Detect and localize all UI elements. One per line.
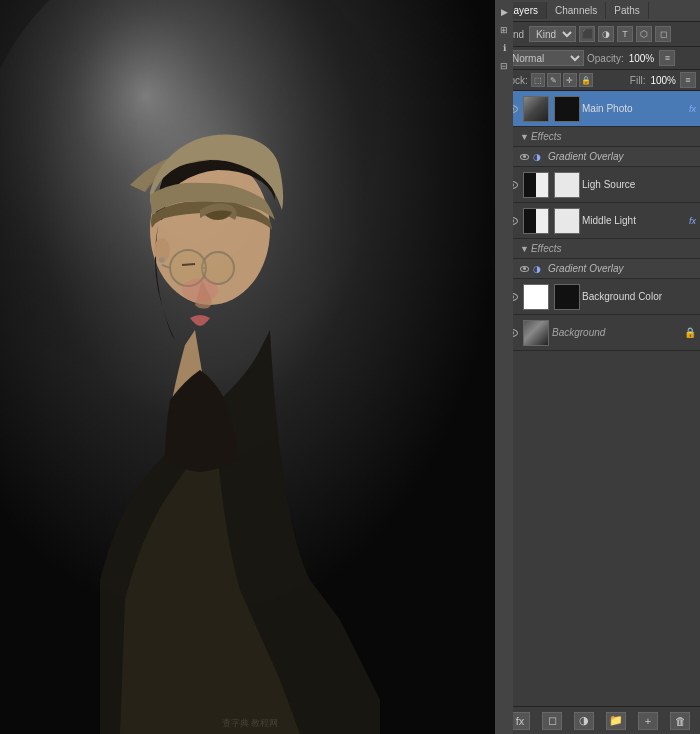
thumbnail-middle-light xyxy=(523,208,549,234)
layer-name-main-photo: Main Photo xyxy=(582,103,687,114)
layer-name-gradient-2: Gradient Overlay xyxy=(548,263,696,274)
mask-main-photo xyxy=(554,96,580,122)
layer-name-background: Background xyxy=(552,327,682,338)
layer-name-gradient-1: Gradient Overlay xyxy=(548,151,696,162)
layers-panel: Layers Channels Paths Kind Kind ⬛ ◑ T ⬡ … xyxy=(500,0,700,734)
layer-ligh-source[interactable]: Ligh Source xyxy=(500,167,700,203)
layer-name-background-color: Background Color xyxy=(582,291,696,302)
new-layer-btn[interactable]: + xyxy=(638,712,658,730)
collapse-arrow-1: ▼ xyxy=(520,132,529,142)
filter-smart-btn[interactable]: ◻ xyxy=(655,26,671,42)
woman-figure xyxy=(0,0,500,734)
kind-controls: Kind Kind ⬛ ◑ T ⬡ ◻ xyxy=(500,22,700,47)
tab-paths[interactable]: Paths xyxy=(606,2,649,19)
lock-transparent-btn[interactable]: ⬚ xyxy=(531,73,545,87)
mask-background-color xyxy=(554,284,580,310)
mask-middle-light xyxy=(554,208,580,234)
tool-btn-4[interactable]: ⊟ xyxy=(496,58,512,74)
lock-row: Lock: ⬚ ✎ ✛ 🔒 Fill: 100% ≡ xyxy=(500,70,700,91)
visibility-gradient-2[interactable] xyxy=(518,263,530,275)
watermark: 查字典 教程网 xyxy=(222,717,279,730)
fill-options-btn[interactable]: ≡ xyxy=(680,72,696,88)
tool-btn-2[interactable]: ⊞ xyxy=(496,22,512,38)
kind-dropdown[interactable]: Kind xyxy=(529,26,576,42)
new-group-btn[interactable]: 📁 xyxy=(606,712,626,730)
lock-pixels-btn[interactable]: ✎ xyxy=(547,73,561,87)
thumbnail-background-color xyxy=(523,284,549,310)
fx-badge-main-photo: fx xyxy=(689,104,696,114)
lock-badge-background: 🔒 xyxy=(684,327,696,338)
fx-badge-middle-light: fx xyxy=(689,216,696,226)
filter-adj-btn[interactable]: ◑ xyxy=(598,26,614,42)
blend-row: Normal Opacity: 100% ≡ xyxy=(500,47,700,70)
layer-main-photo[interactable]: Main Photo fx xyxy=(500,91,700,127)
panel-tabs: Layers Channels Paths xyxy=(500,0,700,22)
layers-list: Main Photo fx ▼ Effects ◑ Gradient Overl… xyxy=(500,91,700,706)
lock-position-btn[interactable]: ✛ xyxy=(563,73,577,87)
thumbnail-background xyxy=(523,320,549,346)
lock-all-btn[interactable]: 🔒 xyxy=(579,73,593,87)
layers-bottom: fx ◻ ◑ 📁 + 🗑 xyxy=(500,706,700,734)
svg-point-11 xyxy=(182,278,218,302)
fill-label: Fill: xyxy=(630,75,646,86)
layer-background-color[interactable]: Background Color xyxy=(500,279,700,315)
visibility-gradient-1[interactable] xyxy=(518,151,530,163)
collapse-arrow-2: ▼ xyxy=(520,244,529,254)
effects-label-2: Effects xyxy=(531,243,562,254)
svg-line-10 xyxy=(182,264,195,265)
lock-icons: ⬚ ✎ ✛ 🔒 xyxy=(531,73,627,87)
filter-pixel-btn[interactable]: ⬛ xyxy=(579,26,595,42)
svg-point-12 xyxy=(159,257,165,263)
effects-header-2[interactable]: ▼ Effects xyxy=(500,239,700,259)
layer-name-middle-light: Middle Light xyxy=(582,215,687,226)
add-mask-btn[interactable]: ◻ xyxy=(542,712,562,730)
effect-icon-1: ◑ xyxy=(533,151,545,163)
opacity-value[interactable]: 100% xyxy=(629,53,655,64)
fill-value[interactable]: 100% xyxy=(650,75,676,86)
tab-channels[interactable]: Channels xyxy=(547,2,606,19)
opacity-label: Opacity: xyxy=(587,53,624,64)
thumbnail-main-photo xyxy=(523,96,549,122)
effects-label-1: Effects xyxy=(531,131,562,142)
tool-btn-3[interactable]: ℹ xyxy=(496,40,512,56)
filter-shape-btn[interactable]: ⬡ xyxy=(636,26,652,42)
delete-layer-btn[interactable]: 🗑 xyxy=(670,712,690,730)
layer-background[interactable]: Background 🔒 xyxy=(500,315,700,351)
effects-header-1[interactable]: ▼ Effects xyxy=(500,127,700,147)
layer-middle-light[interactable]: Middle Light fx xyxy=(500,203,700,239)
arrow-tool-btn[interactable]: ▶ xyxy=(496,4,512,20)
filter-type-btn[interactable]: T xyxy=(617,26,633,42)
blend-options-btn[interactable]: ≡ xyxy=(659,50,675,66)
layer-gradient-overlay-2[interactable]: ◑ Gradient Overlay xyxy=(500,259,700,279)
effect-icon-2: ◑ xyxy=(533,263,545,275)
side-toolbar: ▶ ⊞ ℹ ⊟ xyxy=(495,0,513,734)
blend-mode-dropdown[interactable]: Normal xyxy=(504,50,584,66)
thumbnail-ligh-source xyxy=(523,172,549,198)
add-layer-style-btn[interactable]: fx xyxy=(510,712,530,730)
svg-point-9 xyxy=(203,253,233,283)
layer-name-ligh-source: Ligh Source xyxy=(582,179,696,190)
layer-gradient-overlay-1[interactable]: ◑ Gradient Overlay xyxy=(500,147,700,167)
mask-ligh-source xyxy=(554,172,580,198)
new-adjustment-btn[interactable]: ◑ xyxy=(574,712,594,730)
canvas-area: 查字典 教程网 xyxy=(0,0,500,734)
